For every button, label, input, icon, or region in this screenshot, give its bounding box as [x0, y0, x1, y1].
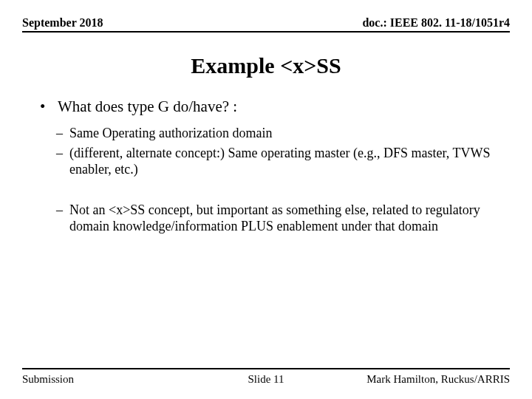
- header-date: September 2018: [22, 16, 103, 30]
- footer-author: Mark Hamilton, Ruckus/ARRIS: [366, 373, 510, 386]
- slide-title: Example <x>SS: [22, 53, 510, 78]
- bullet-text: Same Operating authorization domain: [69, 126, 272, 140]
- content-area: What does type G do/have? : Same Operati…: [22, 98, 510, 235]
- bullet-text: What does type G do/have? :: [58, 98, 237, 115]
- footer-left: Submission: [22, 373, 74, 386]
- bullet-level2: (different, alternate concept:) Same ope…: [56, 145, 510, 178]
- bullet-text: Not an <x>SS concept, but important as s…: [69, 202, 480, 234]
- bullet-text: (different, alternate concept:) Same ope…: [69, 146, 490, 177]
- bullet-level2: Same Operating authorization domain: [56, 125, 510, 142]
- sub-bullets: Same Operating authorization domain (dif…: [37, 125, 510, 235]
- spacer: [56, 181, 510, 202]
- footer-rule: [22, 368, 510, 369]
- bullet-level1: What does type G do/have? :: [37, 98, 510, 116]
- footer-bar: Submission Slide 11 Mark Hamilton, Rucku…: [22, 373, 510, 386]
- bullet-level2: Not an <x>SS concept, but important as s…: [56, 202, 510, 235]
- slide: September 2018 doc.: IEEE 802. 11-18/105…: [0, 0, 532, 399]
- header-bar: September 2018 doc.: IEEE 802. 11-18/105…: [22, 16, 510, 33]
- header-doc-id: doc.: IEEE 802. 11-18/1051r4: [362, 16, 510, 30]
